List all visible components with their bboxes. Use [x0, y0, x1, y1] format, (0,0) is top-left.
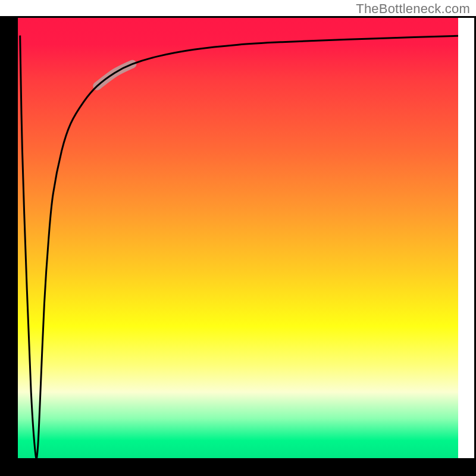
curve-svg	[0, 0, 476, 476]
bottleneck-curve	[20, 36, 458, 459]
highlight-segment	[97, 64, 132, 86]
plot-area	[0, 0, 476, 476]
chart-frame: TheBottleneck.com	[0, 0, 476, 476]
